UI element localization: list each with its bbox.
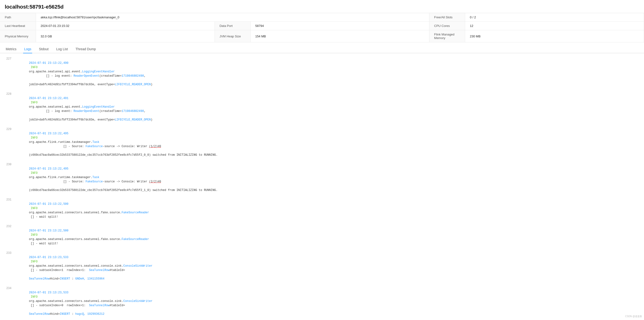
log-class: FakeSourceReader — [122, 238, 149, 241]
log-event-type: LIFECYCLE_READER_OPEN — [115, 118, 151, 122]
page-title: localhost:58791-e5625d — [0, 0, 644, 13]
tab-bar: Metrics Logs Stdout Log List Thread Dump — [0, 43, 644, 53]
log-class: Task — [92, 140, 99, 144]
log-row-cls: SeaTunnelRow — [89, 268, 110, 272]
data-port-label: Data Port — [214, 22, 250, 30]
log-num: 231 — [2, 198, 12, 202]
log-level: INFO — [29, 233, 39, 237]
log-class: FakeSourceReader — [122, 211, 149, 214]
log-src: FakeSource — [86, 145, 103, 148]
log-event-params: (createdTime= — [99, 110, 122, 113]
log-data: GNDeH, 1341155964 — [75, 277, 104, 280]
log-class-prefix: org.apache.seatunnel.connectors.seatunne… — [29, 238, 122, 241]
log-class: ConsoleSinkWriter — [123, 300, 152, 303]
log-area: 227 2024-07-01 23:13:22,490 INFO org.apa… — [0, 54, 644, 320]
log-num: 233 — [2, 251, 12, 255]
log-row: 232 2024-07-01 23:13:22,500 INFO org.apa… — [0, 224, 644, 250]
log-content: 2024-07-01 23:13:22,490 INFO org.apache.… — [15, 57, 642, 91]
log-cont: (c660cd7bac0a66cec32b5337588122de_cbc357… — [15, 188, 168, 192]
log-content: 2024-07-01 23:13:22,495 INFO org.apache.… — [15, 127, 642, 162]
log-row-cls2: SeaTunnelRow — [15, 277, 50, 280]
log-timestamp: 2024-07-01 23:13:22,500 — [29, 229, 68, 232]
log-timestamp: 2024-07-01 23:13:23,533 — [29, 256, 68, 259]
log-row: 233 2024-07-01 23:13:23,533 INFO org.apa… — [0, 250, 644, 286]
log-content: 2024-07-01 23:13:23,533 INFO org.apache.… — [15, 286, 642, 320]
log-event-cls: ReaderOpenEvent — [74, 110, 99, 113]
log-class-prefix: org.apache.flink.runtime.taskmanager. — [29, 176, 92, 179]
log-num: 228 — [2, 92, 12, 96]
log-row: 231 2024-07-01 23:13:22,500 INFO org.apa… — [0, 197, 644, 224]
log-msg: [] - Source: — [29, 145, 86, 148]
log-msg: [] - subtaskIndex=1 rowIndex=1: — [29, 268, 89, 272]
heartbeat-value: 2024-07-01 23:15:32 — [36, 22, 214, 30]
log-level: INFO — [29, 136, 39, 140]
info-row-heartbeat: Last Heartbeat 2024-07-01 23:15:32 Data … — [0, 22, 644, 30]
log-content: 2024-07-01 23:13:22,500 INFO org.apache.… — [15, 224, 642, 250]
log-src: FakeSource — [86, 180, 103, 183]
jvm-heap-label: JVM Heap Size — [214, 30, 250, 42]
log-class-prefix: org.apache.seatunnel.connectors.seatunne… — [29, 264, 123, 268]
phys-mem-label: Physical Memory — [0, 30, 36, 42]
watermark: CSDN @逍遥客 — [625, 315, 642, 318]
path-label: Path — [0, 13, 36, 22]
log-row: 229 2024-07-01 23:13:22,495 INFO org.apa… — [0, 127, 644, 162]
log-class-prefix: org.apache.flink.runtime.taskmanager. — [29, 140, 92, 144]
heartbeat-label: Last Heartbeat — [0, 22, 36, 30]
log-content: 2024-07-01 23:13:22,500 INFO org.apache.… — [15, 198, 642, 223]
data-port-value: 58794 — [250, 22, 429, 30]
log-msg: [] - wait split! — [29, 215, 58, 218]
log-num: 229 — [2, 127, 12, 132]
log-content: 2024-07-01 23:13:22,491 INFO org.apache.… — [15, 92, 642, 126]
log-content: 2024-07-01 23:13:22,495 INFO org.apache.… — [15, 162, 642, 197]
log-class: LoggingEventHandler — [82, 105, 115, 108]
log-level: INFO — [29, 66, 39, 69]
log-num: 232 — [2, 224, 12, 228]
log-event-type: LIFECYCLE_READER_OPEN — [115, 83, 151, 86]
log-class-prefix: org.apache.seatunnel.connectors.seatunne… — [29, 211, 122, 214]
log-row: 228 2024-07-01 23:13:22,491 INFO org.apa… — [0, 92, 644, 127]
log-class: LoggingEventHandler — [82, 70, 115, 73]
log-msg: [] - subtaskIndex=0 rowIndex=1: — [29, 304, 89, 307]
log-comma: , — [144, 74, 146, 78]
log-class-prefix: org.apache.seatunnel.api.event. — [29, 105, 82, 108]
log-level: INFO — [29, 101, 39, 104]
log-level: INFO — [29, 207, 39, 210]
log-level: INFO — [29, 295, 39, 298]
log-msg: [] - log event: — [29, 74, 74, 78]
log-num: 227 — [2, 57, 12, 61]
log-num: 230 — [2, 162, 12, 167]
log-timestamp: 2024-07-01 23:13:22,495 — [29, 132, 68, 135]
log-row-cls: SeaTunnelRow — [89, 304, 110, 307]
flink-mem-label: Flink Managed Memory — [429, 30, 465, 42]
log-row-cls2: SeaTunnelRow — [15, 312, 50, 316]
cpu-cores-value: 12 — [465, 22, 644, 30]
flink-mem-value: 230 MB — [465, 30, 644, 42]
log-event-params: (createdTime= — [99, 74, 122, 78]
log-row: 230 2024-07-01 23:13:22,495 INFO org.apa… — [0, 162, 644, 197]
log-class: Task — [92, 176, 99, 179]
log-class: ConsoleSinkWriter — [123, 264, 152, 268]
tab-thread-dump[interactable]: Thread Dump — [74, 45, 97, 53]
log-class-prefix: org.apache.seatunnel.api.event. — [29, 70, 82, 73]
phys-mem-value: 32.0 GB — [36, 30, 214, 42]
log-msg: [] - wait split! — [29, 242, 58, 245]
tab-metrics[interactable]: Metrics — [5, 45, 18, 53]
tab-stdout[interactable]: Stdout — [38, 45, 49, 53]
log-num: 234 — [2, 286, 12, 290]
log-msg: [] - Source: — [29, 180, 86, 183]
log-container: ↻ ⬇ 227 2024-07-01 23:13:22,490 INFO org… — [0, 53, 644, 320]
log-event-time: 1719846802490 — [122, 110, 144, 113]
free-slots-label: Free/All Slots — [429, 13, 465, 22]
log-cont: (c660cd7bac0a66cec32b5337588122de_cbc357… — [15, 153, 168, 157]
tab-log-list[interactable]: Log List — [55, 45, 69, 53]
log-timestamp: 2024-07-01 23:13:22,500 — [29, 202, 68, 206]
log-timestamp: 2024-07-01 23:13:22,491 — [29, 97, 68, 100]
log-event-time: 1719846802490 — [122, 74, 144, 78]
log-level: INFO — [29, 260, 39, 263]
log-level: INFO — [29, 172, 39, 175]
tab-logs[interactable]: Logs — [23, 45, 32, 53]
log-timestamp: 2024-07-01 23:13:22,490 — [29, 62, 68, 65]
log-task-id: (2/2)#0 — [149, 180, 161, 183]
log-content: 2024-07-01 23:13:23,533 INFO org.apache.… — [15, 251, 642, 285]
log-task-id: (1/2)#0 — [149, 145, 161, 148]
